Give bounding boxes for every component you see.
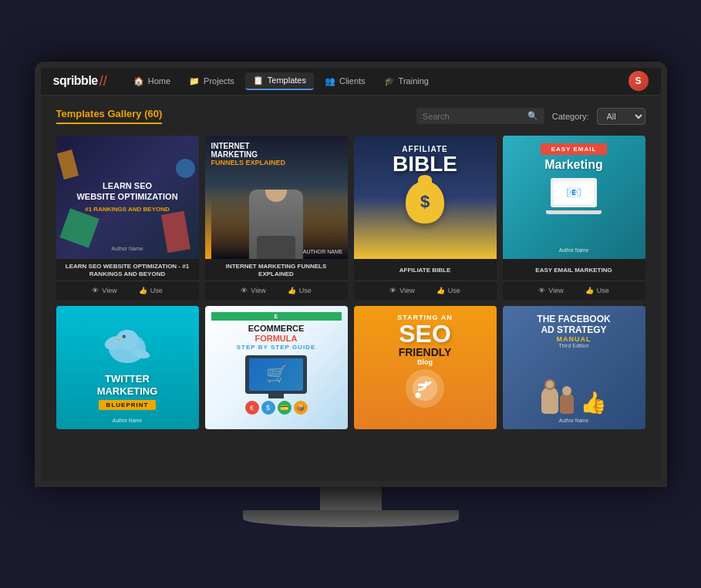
template-title-email: EASY EMAIL MARKETING — [503, 259, 645, 281]
template-title-affiliate: AFFILIATE BIBLE — [354, 259, 497, 281]
template-cover-email: Easy Email Marketing 📧 Author Name — [503, 136, 645, 259]
nav-label-training: Training — [399, 76, 429, 86]
affiliate-bible: BIBLE — [393, 153, 457, 175]
ecommerce-cover-bg: e ECOMMERCEFORMULA STEP BY STEP GUIDE 🛒 … — [205, 306, 348, 429]
blog-blog-text: Blog — [417, 358, 433, 366]
seo-shape-4 — [56, 150, 78, 180]
view-icon-affiliate: 👁 — [389, 287, 396, 294]
view-btn-seo[interactable]: 👁 View — [87, 285, 121, 296]
template-card-email[interactable]: Easy Email Marketing 📧 Author Name EAS — [503, 136, 645, 300]
navbar: sqribble // 🏠 Home 📁 Projects 📋 Template… — [41, 68, 661, 96]
fb-person-2 — [560, 392, 574, 414]
template-title-seo: LEARN SEO WEBSITE OPTIMIZATION - #1 RANK… — [56, 259, 199, 281]
nav-item-training[interactable]: 🎓 Training — [376, 73, 436, 89]
seo-shape-2 — [160, 210, 190, 252]
twitter-blueprint-badge: BLUEPRINT — [99, 400, 157, 410]
main-content: Templates Gallery (60) 🔍 Category: All — [41, 96, 661, 481]
affiliate-money-bag: $ — [406, 181, 444, 223]
ecom-bubble-3: 💳 — [278, 401, 292, 415]
money-sign: $ — [420, 192, 430, 212]
ecom-top-bar: e — [211, 312, 342, 321]
templates-grid: LEARN SEOWEBSITE OPTIMIZATION#1 Rankings… — [56, 136, 645, 300]
email-illustration: 📧 — [546, 178, 602, 214]
app-logo: sqribble // — [53, 73, 107, 89]
nav-item-templates[interactable]: 📋 Templates — [245, 72, 314, 90]
fb-thumbs-up: 👍 — [580, 392, 607, 414]
templates-grid-row2: TWITTERMARKETING BLUEPRINT Author Name e… — [56, 306, 645, 429]
fb-head-2 — [562, 386, 571, 395]
fb-illustration: 👍 — [541, 387, 607, 414]
facebook-cover-bg: THE FACEBOOKAD STRATEGY MANUAL Third Edi… — [503, 306, 645, 429]
template-card-im[interactable]: INTERNETMARKETING FUNNELS EXPLAINED AUTH… — [205, 136, 348, 300]
fb-head-1 — [544, 379, 555, 390]
use-btn-seo[interactable]: 👍 Use — [134, 285, 167, 296]
nav-item-projects[interactable]: 📁 Projects — [181, 73, 242, 89]
view-label-affiliate: View — [399, 287, 414, 294]
monitor-foot — [268, 394, 284, 398]
template-cover-im: INTERNETMARKETING FUNNELS EXPLAINED AUTH… — [205, 136, 348, 259]
template-actions-email: 👁 View 👍 Use — [503, 281, 645, 300]
template-card-affiliate[interactable]: AFFILIATE BIBLE $ AFFILIATE BIBLE 👁 — [354, 136, 497, 300]
im-cover-bg: INTERNETMARKETING FUNNELS EXPLAINED AUTH… — [205, 136, 348, 259]
seo-cover-title: LEARN SEOWEBSITE OPTIMIZATION#1 Rankings… — [76, 180, 177, 213]
template-actions-affiliate: 👁 View 👍 Use — [354, 281, 497, 300]
monitor-display: 🛒 — [249, 358, 303, 391]
blog-rss-icon — [406, 369, 444, 408]
template-card-ecommerce[interactable]: e ECOMMERCEFORMULA STEP BY STEP GUIDE 🛒 … — [205, 306, 348, 429]
view-btn-affiliate[interactable]: 👁 View — [385, 285, 419, 296]
template-card-twitter[interactable]: TWITTERMARKETING BLUEPRINT Author Name — [56, 306, 199, 429]
view-btn-email[interactable]: 👁 View — [534, 285, 568, 296]
use-btn-im[interactable]: 👍 Use — [283, 285, 316, 296]
email-author: Author Name — [559, 247, 588, 253]
template-title-im: INTERNET MARKETING FUNNELS EXPLAINED — [205, 259, 348, 281]
use-btn-email[interactable]: 👍 Use — [581, 285, 614, 296]
user-avatar[interactable]: S — [629, 71, 649, 91]
twitter-author: Author Name — [113, 418, 142, 423]
view-label-seo: View — [102, 287, 116, 294]
money-bag-top — [418, 175, 432, 184]
template-actions-im: 👁 View 👍 Use — [205, 281, 348, 300]
rss-dot — [415, 392, 420, 398]
use-label-im: Use — [299, 287, 312, 294]
nav-right: S — [629, 71, 649, 91]
category-select[interactable]: All — [597, 108, 645, 125]
fb-edition: Third Edition — [558, 343, 588, 348]
template-card-seo[interactable]: LEARN SEOWEBSITE OPTIMIZATION#1 Rankings… — [56, 136, 199, 300]
monitor-stand-base — [243, 510, 459, 527]
template-card-seo-blog[interactable]: STARTING AN SEO FRIENDLY Blog — [354, 306, 497, 429]
fb-people — [541, 387, 574, 414]
fb-author: Author Name — [559, 418, 588, 423]
ecom-bubble-1: € — [245, 401, 259, 415]
view-btn-im[interactable]: 👁 View — [236, 285, 270, 296]
template-card-facebook[interactable]: THE FACEBOOKAD STRATEGY MANUAL Third Edi… — [503, 306, 645, 429]
twitter-bird-svg — [100, 324, 154, 367]
im-title: INTERNETMARKETING — [211, 142, 342, 159]
view-icon-im: 👁 — [241, 287, 248, 294]
use-btn-affiliate[interactable]: 👍 Use — [432, 285, 465, 296]
twitter-cover-bg: TWITTERMARKETING BLUEPRINT Author Name — [56, 306, 199, 429]
nav-item-clients[interactable]: 👥 Clients — [317, 73, 373, 89]
twitter-marketing-text: TWITTERMARKETING — [97, 373, 158, 397]
template-cover-twitter: TWITTERMARKETING BLUEPRINT Author Name — [56, 306, 199, 429]
gallery-controls: 🔍 Category: All — [416, 108, 645, 125]
search-input[interactable] — [423, 112, 523, 121]
svg-point-6 — [123, 336, 124, 337]
seo-shape-1 — [59, 208, 99, 247]
use-label-email: Use — [597, 287, 609, 294]
ecom-subtitle: STEP BY STEP GUIDE — [237, 344, 315, 351]
category-label: Category: — [552, 112, 589, 121]
ecom-monitor: 🛒 — [245, 355, 307, 398]
use-icon-seo: 👍 — [139, 287, 147, 294]
templates-icon: 📋 — [253, 76, 264, 86]
monitor-stand-neck — [320, 487, 382, 510]
nav-item-home[interactable]: 🏠 Home — [126, 73, 178, 89]
im-subtitle: FUNNELS EXPLAINED — [211, 159, 342, 166]
view-label-email: View — [548, 287, 563, 294]
ecom-icon-bubbles: € $ 💳 📦 — [245, 401, 308, 415]
seo-shape-3 — [176, 159, 195, 178]
template-actions-seo: 👁 View 👍 Use — [56, 281, 199, 300]
use-icon-im: 👍 — [288, 287, 296, 294]
use-label-seo: Use — [150, 287, 163, 294]
nav-items: 🏠 Home 📁 Projects 📋 Templates 👥 Clients … — [126, 72, 629, 90]
logo-slash: // — [99, 73, 107, 89]
